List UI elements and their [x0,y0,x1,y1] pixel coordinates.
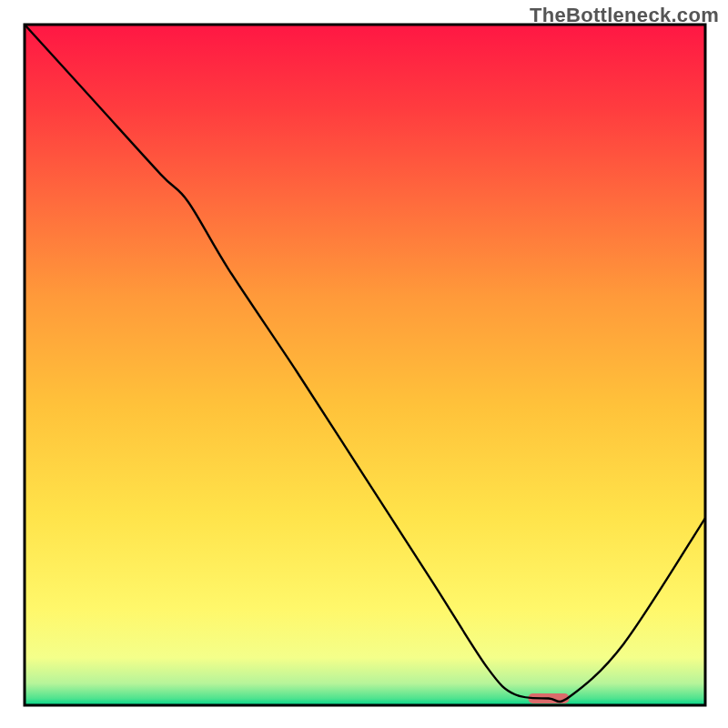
bottleneck-chart [0,0,728,728]
chart-background [25,25,705,705]
chart-container: TheBottleneck.com [0,0,728,728]
watermark-label: TheBottleneck.com [530,4,719,27]
